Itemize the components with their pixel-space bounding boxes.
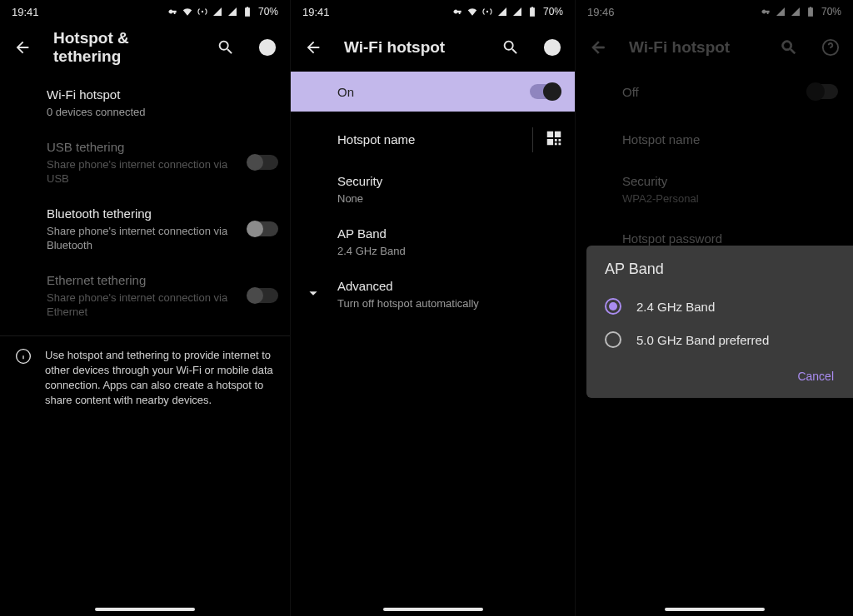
- help-button[interactable]: [257, 37, 278, 58]
- vpn-key-icon: [167, 6, 178, 17]
- wifi-icon: [182, 6, 193, 17]
- clock: 19:41: [12, 6, 39, 18]
- bluetooth-tethering-toggle[interactable]: [248, 221, 278, 236]
- hotspot-master-toggle[interactable]: On: [291, 72, 575, 112]
- hero-label: On: [337, 85, 530, 99]
- advanced-item[interactable]: Advanced Turn off hotspot automatically: [291, 268, 575, 320]
- item-subtitle: Share phone's internet connection via Bl…: [47, 224, 240, 252]
- clock: 19:41: [302, 6, 330, 18]
- dialog-title: AP Band: [605, 261, 842, 278]
- signal-icon: [227, 6, 238, 17]
- signal-icon: [511, 6, 523, 17]
- item-subtitle: Share phone's internet connection via Et…: [47, 291, 240, 319]
- radio-selected-icon: [605, 298, 621, 315]
- screen-wifi-hotspot-dialog: 19:46 70% Wi-Fi hotspot Off Hotspot name: [576, 0, 853, 616]
- item-subtitle: 0 devices connected: [47, 105, 278, 119]
- wifi-hotspot-item[interactable]: Wi-Fi hotspot 0 devices connected: [0, 77, 290, 129]
- battery-percent: 70%: [258, 6, 278, 17]
- page-title: Wi-Fi hotspot: [344, 38, 480, 57]
- item-subtitle: 2.4 GHz Band: [337, 244, 563, 258]
- item-title: USB tethering: [47, 139, 240, 156]
- signal-icon: [496, 6, 508, 17]
- ap-band-item[interactable]: AP Band 2.4 GHz Band: [291, 216, 575, 268]
- ap-band-dialog: AP Band 2.4 GHz Band 5.0 GHz Band prefer…: [586, 246, 853, 398]
- wifi-icon: [466, 6, 478, 17]
- item-title: Security: [337, 173, 563, 190]
- ethernet-tethering-toggle: [248, 288, 278, 303]
- option-label: 5.0 GHz Band preferred: [636, 333, 769, 347]
- ap-band-option-50[interactable]: 5.0 GHz Band preferred: [605, 323, 842, 356]
- separator: [532, 127, 533, 152]
- item-title: Ethernet tethering: [47, 272, 240, 289]
- ethernet-tethering-item: Ethernet tethering Share phone's interne…: [0, 262, 290, 329]
- chevron-down-icon: [304, 284, 322, 306]
- back-button[interactable]: [12, 37, 33, 58]
- security-item[interactable]: Security None: [291, 163, 575, 216]
- info-text: Use hotspot and tethering to provide int…: [45, 348, 278, 408]
- item-title: Hotspot name: [337, 132, 526, 148]
- usb-tethering-toggle: [248, 155, 278, 170]
- item-title: Advanced: [337, 278, 563, 295]
- app-bar: Hotspot & tethering: [0, 23, 290, 72]
- page-title: Hotspot & tethering: [53, 29, 195, 66]
- status-bar: 19:41 70%: [0, 0, 290, 23]
- search-button[interactable]: [500, 37, 521, 58]
- gesture-nav-bar[interactable]: [383, 608, 483, 611]
- hotspot-icon: [197, 6, 208, 17]
- gesture-nav-bar[interactable]: [95, 608, 195, 611]
- battery-icon: [242, 6, 253, 17]
- item-subtitle: None: [337, 191, 563, 206]
- status-bar: 19:41 70%: [291, 0, 575, 23]
- qr-code-button[interactable]: [545, 129, 563, 151]
- usb-tethering-item: USB tethering Share phone's internet con…: [0, 129, 290, 196]
- battery-icon: [526, 6, 538, 17]
- hotspot-icon: [481, 6, 493, 17]
- back-button[interactable]: [302, 37, 324, 58]
- item-subtitle: Turn off hotspot automatically: [337, 296, 563, 310]
- svg-point-3: [486, 11, 488, 12]
- search-button[interactable]: [215, 37, 237, 58]
- option-label: 2.4 GHz Band: [636, 300, 715, 314]
- app-bar: Wi-Fi hotspot: [291, 23, 575, 72]
- cancel-button[interactable]: Cancel: [789, 363, 842, 390]
- item-title: Wi-Fi hotspot: [47, 87, 278, 103]
- hotspot-name-item[interactable]: Hotspot name: [291, 117, 575, 163]
- battery-percent: 70%: [543, 6, 563, 17]
- bluetooth-tethering-item[interactable]: Bluetooth tethering Share phone's intern…: [0, 196, 290, 262]
- svg-point-0: [202, 11, 203, 12]
- info-icon: [15, 348, 33, 408]
- screen-hotspot-tethering: 19:41 70% Hotspot & tethering Wi-Fi hots…: [0, 0, 291, 616]
- item-title: Bluetooth tethering: [47, 206, 240, 222]
- item-title: AP Band: [337, 226, 563, 242]
- vpn-key-icon: [451, 6, 463, 17]
- gesture-nav-bar[interactable]: [665, 608, 765, 611]
- hotspot-switch[interactable]: [530, 84, 560, 99]
- radio-unselected-icon: [605, 331, 621, 348]
- info-footer: Use hotspot and tethering to provide int…: [0, 335, 290, 420]
- screen-wifi-hotspot-on: 19:41 70% Wi-Fi hotspot On Hotspot name: [291, 0, 576, 616]
- ap-band-option-24[interactable]: 2.4 GHz Band: [605, 290, 842, 323]
- item-subtitle: Share phone's internet connection via US…: [47, 157, 240, 186]
- help-button[interactable]: [541, 37, 563, 58]
- signal-icon: [212, 6, 223, 17]
